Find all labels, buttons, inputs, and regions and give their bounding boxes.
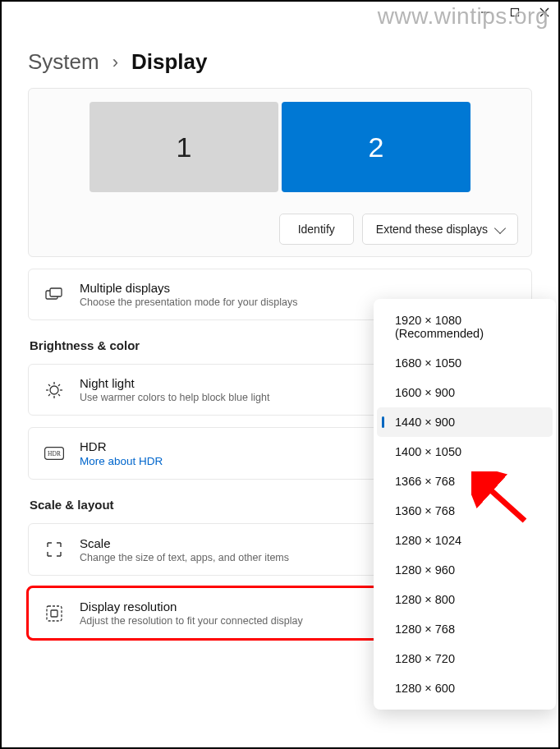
svg-rect-17 <box>47 606 62 621</box>
svg-line-14 <box>58 384 60 386</box>
resolution-icon <box>44 604 65 623</box>
identify-button[interactable]: Identify <box>279 214 354 245</box>
close-button[interactable] <box>539 7 550 18</box>
multiple-displays-title: Multiple displays <box>80 281 516 295</box>
resolution-dropdown-menu[interactable]: 1920 × 1080 (Recommended)1680 × 10501600… <box>374 299 556 710</box>
resolution-option[interactable]: 1360 × 768 <box>377 496 553 526</box>
monitor-1[interactable]: 1 <box>90 102 278 192</box>
resolution-option[interactable]: 1280 × 1024 <box>377 526 553 555</box>
svg-rect-1 <box>512 9 519 16</box>
breadcrumb-current: Display <box>131 49 208 75</box>
svg-rect-18 <box>51 610 57 617</box>
maximize-button[interactable] <box>509 7 521 18</box>
window-controls <box>480 7 550 18</box>
resolution-option[interactable]: 1440 × 900 <box>377 407 553 437</box>
resolution-option[interactable]: 1280 × 720 <box>377 644 553 673</box>
displays-icon <box>44 287 65 302</box>
night-light-icon <box>44 381 65 399</box>
display-arrangement-card: 1 2 Identify Extend these displays <box>28 88 532 257</box>
svg-line-13 <box>48 394 50 396</box>
svg-point-6 <box>50 386 58 394</box>
breadcrumb: System › Display <box>28 49 532 75</box>
display-mode-dropdown[interactable]: Extend these displays <box>362 214 518 245</box>
resolution-option[interactable]: 1280 × 600 <box>377 673 553 703</box>
monitor-2[interactable]: 2 <box>282 102 470 192</box>
resolution-option[interactable]: 1920 × 1080 (Recommended) <box>377 306 553 348</box>
svg-text:HDR: HDR <box>48 450 61 457</box>
resolution-option[interactable]: 1280 × 800 <box>377 585 553 614</box>
breadcrumb-separator: › <box>112 52 118 73</box>
svg-line-12 <box>58 394 60 396</box>
breadcrumb-parent[interactable]: System <box>28 49 99 75</box>
resolution-option[interactable]: 1366 × 768 <box>377 466 553 496</box>
minimize-button[interactable] <box>480 7 491 18</box>
scale-icon <box>44 540 65 558</box>
svg-line-11 <box>48 384 50 386</box>
chevron-down-icon <box>494 222 506 233</box>
display-mode-label: Extend these displays <box>376 223 488 236</box>
resolution-option[interactable]: 1400 × 1050 <box>377 437 553 466</box>
resolution-option[interactable]: 1280 × 768 <box>377 614 553 644</box>
monitor-arrangement[interactable]: 1 2 <box>40 95 520 210</box>
resolution-option[interactable]: 1680 × 1050 <box>377 348 553 378</box>
hdr-icon: HDR <box>44 447 65 460</box>
svg-rect-5 <box>50 288 62 296</box>
resolution-option[interactable]: 1280 × 960 <box>377 555 553 585</box>
resolution-option[interactable]: 1600 × 900 <box>377 378 553 407</box>
